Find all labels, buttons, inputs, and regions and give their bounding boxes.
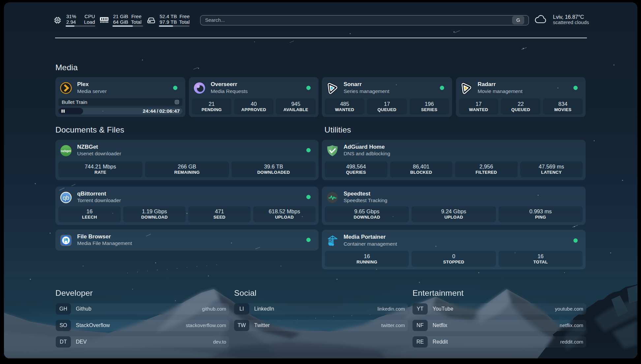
svg-text:qb: qb [62, 194, 69, 201]
svg-text:nzbget: nzbget [61, 149, 71, 152]
